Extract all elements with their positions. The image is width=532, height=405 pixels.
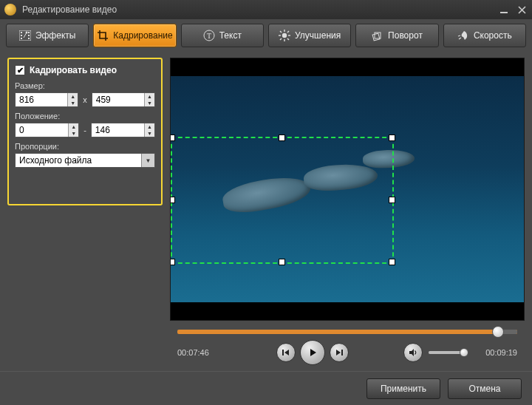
tab-label: Кадрирование bbox=[113, 30, 172, 41]
minimize-button[interactable] bbox=[498, 4, 510, 16]
video-edit-window: Редактирование видео Эффекты Кадрировани… bbox=[0, 0, 532, 405]
crop-width-value: 816 bbox=[16, 95, 67, 105]
volume-button[interactable] bbox=[403, 343, 423, 362]
tab-effects[interactable]: Эффекты bbox=[6, 24, 89, 47]
svg-rect-2 bbox=[21, 32, 22, 33]
cancel-button[interactable]: Отмена bbox=[448, 378, 522, 399]
tab-label: Текст bbox=[219, 30, 242, 41]
svg-marker-27 bbox=[409, 349, 414, 356]
svg-rect-21 bbox=[372, 33, 380, 41]
text-icon: T bbox=[203, 30, 215, 41]
crop-handle[interactable] bbox=[279, 259, 285, 265]
svg-rect-3 bbox=[21, 35, 22, 36]
tab-label: Эффекты bbox=[35, 30, 76, 41]
tab-rotate[interactable]: Поворот bbox=[355, 24, 438, 47]
tab-enhance[interactable]: Улучшения bbox=[268, 24, 351, 47]
play-button[interactable] bbox=[300, 340, 325, 365]
seek-slider[interactable] bbox=[177, 330, 517, 334]
tab-text[interactable]: T Текст bbox=[181, 24, 264, 47]
crop-y-input[interactable]: 146 ▲▼ bbox=[91, 123, 155, 137]
crop-enable-label: Кадрировать видео bbox=[30, 65, 117, 75]
titlebar: Редактирование видео bbox=[0, 0, 532, 19]
crop-height-input[interactable]: 459 ▲▼ bbox=[92, 92, 155, 107]
size-separator: x bbox=[81, 95, 89, 104]
close-button[interactable] bbox=[516, 4, 528, 16]
svg-marker-24 bbox=[310, 349, 316, 356]
position-separator: - bbox=[82, 126, 88, 135]
spinner-icon[interactable]: ▲▼ bbox=[144, 123, 154, 137]
time-total: 00:09:19 bbox=[473, 348, 517, 357]
crop-handle[interactable] bbox=[171, 197, 175, 203]
crop-icon bbox=[97, 30, 109, 41]
effects-icon bbox=[19, 30, 31, 41]
crop-y-value: 146 bbox=[92, 125, 144, 135]
volume-slider[interactable] bbox=[429, 351, 466, 354]
speed-icon bbox=[457, 30, 469, 41]
svg-marker-23 bbox=[284, 350, 289, 355]
svg-marker-25 bbox=[336, 350, 341, 355]
svg-rect-4 bbox=[21, 38, 22, 39]
content-area: ✔ Кадрировать видео Размер: 816 ▲▼ x 459… bbox=[0, 52, 532, 371]
app-icon bbox=[4, 4, 16, 16]
volume-thumb[interactable] bbox=[460, 348, 468, 357]
cancel-label: Отмена bbox=[468, 384, 500, 394]
crop-x-input[interactable]: 0 ▲▼ bbox=[15, 123, 79, 137]
crop-handle[interactable] bbox=[389, 259, 395, 265]
crop-height-value: 459 bbox=[92, 95, 144, 105]
tab-crop[interactable]: Кадрирование bbox=[93, 24, 176, 47]
svg-text:T: T bbox=[207, 32, 211, 40]
window-title: Редактирование видео bbox=[22, 4, 498, 15]
tab-speed[interactable]: Скорость bbox=[443, 24, 526, 47]
svg-line-19 bbox=[280, 38, 282, 40]
svg-rect-5 bbox=[28, 32, 30, 33]
position-label: Положение: bbox=[15, 112, 155, 120]
spinner-icon[interactable]: ▲▼ bbox=[68, 123, 78, 137]
tab-label: Скорость bbox=[474, 30, 512, 41]
tab-bar: Эффекты Кадрирование T Текст Улучшения П… bbox=[0, 19, 532, 52]
crop-handle[interactable] bbox=[389, 135, 395, 141]
svg-point-11 bbox=[282, 33, 287, 38]
svg-rect-7 bbox=[28, 38, 30, 39]
next-button[interactable] bbox=[330, 343, 349, 362]
time-current: 00:07:46 bbox=[177, 348, 222, 357]
prev-button[interactable] bbox=[276, 343, 296, 362]
crop-width-input[interactable]: 816 ▲▼ bbox=[15, 92, 78, 107]
crop-selection[interactable] bbox=[171, 137, 394, 264]
svg-rect-0 bbox=[500, 12, 508, 13]
svg-line-18 bbox=[287, 31, 289, 33]
rotate-icon bbox=[372, 30, 383, 41]
spinner-icon[interactable]: ▲▼ bbox=[144, 93, 154, 106]
playback-controls: 00:07:46 bbox=[170, 321, 525, 367]
enhance-icon bbox=[279, 30, 290, 41]
apply-button[interactable]: Применить bbox=[366, 378, 440, 399]
svg-rect-6 bbox=[28, 35, 30, 36]
crop-x-value: 0 bbox=[16, 125, 68, 135]
svg-rect-26 bbox=[341, 350, 343, 355]
tab-label: Поворот bbox=[388, 30, 423, 41]
crop-panel: ✔ Кадрировать видео Размер: 816 ▲▼ x 459… bbox=[7, 58, 163, 205]
svg-rect-22 bbox=[282, 350, 284, 355]
seek-thumb[interactable] bbox=[492, 326, 504, 338]
size-label: Размер: bbox=[15, 81, 155, 90]
aspect-select[interactable]: Исходного файла ▼ bbox=[15, 153, 155, 168]
crop-handle[interactable] bbox=[389, 197, 395, 203]
aspect-value: Исходного файла bbox=[16, 155, 141, 166]
chevron-down-icon: ▼ bbox=[141, 154, 154, 167]
apply-label: Применить bbox=[381, 384, 426, 394]
tab-label: Улучшения bbox=[295, 30, 341, 41]
svg-line-16 bbox=[280, 31, 282, 33]
crop-handle[interactable] bbox=[171, 135, 175, 141]
crop-enable-checkbox[interactable]: ✔ bbox=[15, 65, 25, 75]
spinner-icon[interactable]: ▲▼ bbox=[67, 93, 78, 106]
video-preview[interactable] bbox=[170, 58, 525, 321]
aspect-label: Пропорции: bbox=[15, 142, 155, 151]
video-frame bbox=[171, 76, 524, 302]
dialog-footer: Применить Отмена bbox=[0, 371, 532, 405]
crop-handle[interactable] bbox=[279, 135, 285, 141]
crop-handle[interactable] bbox=[171, 259, 175, 265]
preview-column: 00:07:46 bbox=[170, 58, 525, 367]
svg-point-8 bbox=[25, 32, 27, 34]
svg-line-17 bbox=[287, 38, 289, 40]
